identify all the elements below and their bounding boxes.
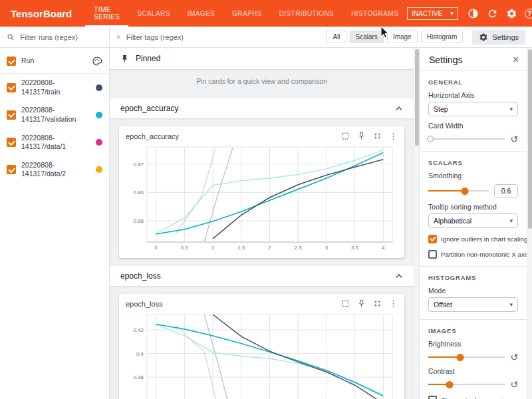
brightness-label: Brightness: [428, 340, 518, 348]
cards-area: Pinned Pin cards for a quick view and co…: [110, 48, 414, 399]
fit-to-data-icon[interactable]: [341, 132, 350, 140]
svg-text:2.5: 2.5: [295, 245, 303, 251]
chevron-up-icon[interactable]: [395, 273, 403, 279]
settings-gear-button[interactable]: [505, 7, 519, 20]
fullscreen-icon[interactable]: [373, 299, 382, 308]
reload-status-value: INACTIVE: [412, 10, 442, 17]
reload-status-dropdown[interactable]: INACTIVE ▾: [407, 7, 458, 20]
tooltip-sorting-select[interactable]: Alphabetical ▾: [428, 213, 518, 228]
main-nav: TIME SERIES SCALARS IMAGES GRAPHS DISTRI…: [85, 0, 407, 27]
tag-filter-chips: All Scalars Image Histogram: [327, 31, 463, 43]
section-title: epoch_loss: [120, 271, 161, 281]
run-color-dot: [96, 112, 102, 118]
epoch-loss-chart[interactable]: 00.511.522.533.540.360.380.40.42: [126, 311, 398, 399]
search-icon: [7, 33, 15, 42]
runs-filter-input[interactable]: [19, 33, 102, 42]
chevron-down-icon: ▾: [509, 301, 513, 308]
tab-distributions[interactable]: DISTRIBUTIONS: [271, 0, 342, 27]
tab-graphs[interactable]: GRAPHS: [223, 0, 271, 27]
scrollbar-thumb[interactable]: [528, 49, 532, 229]
tab-time-series[interactable]: TIME SERIES: [85, 0, 128, 27]
run-column-header: Run: [21, 57, 86, 66]
run-select-all-row[interactable]: Run: [0, 49, 109, 74]
show-actual-size-checkbox-row[interactable]: Show actual image size: [428, 396, 518, 399]
run-color-dot: [96, 84, 102, 91]
refresh-icon: [487, 8, 498, 19]
svg-text:2: 2: [268, 245, 271, 251]
select-all-checkbox[interactable]: [7, 57, 16, 66]
scrollbar-thumb[interactable]: [415, 49, 419, 146]
run-checkbox[interactable]: [7, 165, 16, 174]
settings-scrollbar[interactable]: [527, 48, 532, 399]
gear-icon: [479, 33, 488, 42]
smoothing-value-input[interactable]: [494, 184, 518, 198]
show-actual-size-checkbox[interactable]: [428, 396, 437, 399]
run-checkbox[interactable]: [7, 83, 16, 92]
runs-sidebar: Run 20220808-141317/train 20220808-14131…: [0, 48, 110, 399]
content: Run 20220808-141317/train 20220808-14131…: [0, 48, 532, 399]
tags-filter-input[interactable]: [125, 33, 323, 42]
epoch-accuracy-chart[interactable]: 00.511.522.533.540.850.860.87: [126, 143, 398, 253]
run-row-data-1[interactable]: 20220808-141317/data/1: [0, 129, 109, 156]
reset-icon[interactable]: ↺: [510, 380, 518, 389]
svg-text:0.38: 0.38: [133, 374, 144, 380]
run-color-dot: [96, 139, 102, 146]
tab-scalars[interactable]: SCALARS: [128, 0, 179, 27]
svg-text:0.5: 0.5: [181, 245, 189, 251]
filter-chip-histogram[interactable]: Histogram: [421, 31, 464, 43]
tab-images[interactable]: IMAGES: [179, 0, 223, 27]
show-actual-size-label: Show actual image size: [441, 396, 509, 399]
smoothing-label: Smoothing: [428, 172, 518, 180]
ignore-outliers-checkbox-row[interactable]: Ignore outliers in chart scaling: [428, 235, 518, 243]
chevron-up-icon[interactable]: [395, 106, 403, 111]
run-row-train[interactable]: 20220808-141317/train: [0, 74, 109, 101]
run-row-data-2[interactable]: 20220808-141317/data/2: [0, 156, 109, 184]
card-width-slider[interactable]: [428, 134, 505, 144]
main-scrollbar[interactable]: [414, 48, 419, 399]
section-epoch-accuracy[interactable]: epoch_accuracy: [110, 98, 414, 118]
filter-chip-scalars[interactable]: Scalars: [350, 31, 384, 43]
pin-icon[interactable]: [357, 299, 366, 308]
histogram-mode-select[interactable]: Offset ▾: [428, 297, 518, 312]
run-row-validation[interactable]: 20220808-141317/validation: [0, 101, 109, 128]
run-name: 20220808-141317/data/1: [21, 134, 90, 152]
tags-toolbar: All Scalars Image Histogram Settings: [110, 27, 532, 47]
scalar-card-epoch-accuracy: epoch_accuracy ⋮ 00.511.522.533.540.850.…: [119, 126, 404, 258]
settings-button[interactable]: Settings: [472, 30, 525, 45]
histogram-mode-label: Mode: [428, 287, 518, 295]
partition-x-checkbox-row[interactable]: Partition non-monotonic X axis i: [428, 250, 518, 259]
ignore-outliers-checkbox[interactable]: [428, 235, 437, 243]
help-button[interactable]: ?: [525, 9, 532, 19]
tab-histograms[interactable]: HISTOGRAMS: [342, 0, 407, 27]
refresh-button[interactable]: [486, 7, 499, 20]
run-checkbox[interactable]: [7, 138, 16, 147]
run-checkbox[interactable]: [7, 110, 16, 120]
reset-icon[interactable]: ↺: [510, 134, 518, 144]
reset-icon[interactable]: ↺: [510, 352, 518, 362]
run-name: 20220808-141317/data/2: [21, 161, 90, 179]
histogram-mode-value: Offset: [434, 301, 452, 309]
fit-to-data-icon[interactable]: [341, 299, 350, 308]
contrast-slider[interactable]: [428, 380, 505, 389]
close-icon[interactable]: ×: [513, 55, 519, 65]
smoothing-slider[interactable]: [428, 186, 489, 196]
toolbar-row: All Scalars Image Histogram Settings: [0, 27, 532, 48]
theme-toggle-button[interactable]: [467, 7, 480, 20]
fullscreen-icon[interactable]: [373, 132, 382, 140]
section-epoch-loss[interactable]: epoch_loss: [110, 266, 414, 286]
filter-chip-all[interactable]: All: [327, 31, 346, 43]
more-options-icon[interactable]: ⋮: [389, 132, 398, 140]
horizontal-axis-select[interactable]: Step ▾: [428, 102, 518, 116]
palette-icon[interactable]: [92, 56, 102, 66]
pinned-section-header: Pinned: [110, 48, 414, 69]
filter-chip-image[interactable]: Image: [387, 31, 418, 43]
tooltip-sorting-label: Tooltip sorting method: [428, 203, 518, 211]
partition-x-checkbox[interactable]: [428, 250, 437, 259]
partition-x-label: Partition non-monotonic X axis: [441, 251, 527, 258]
runs-filter: [0, 27, 110, 47]
pin-icon: [120, 55, 129, 63]
settings-panel-title: Settings: [429, 55, 463, 65]
more-options-icon[interactable]: ⋮: [389, 299, 398, 308]
brightness-slider[interactable]: [428, 352, 505, 362]
pin-icon[interactable]: [357, 132, 366, 140]
